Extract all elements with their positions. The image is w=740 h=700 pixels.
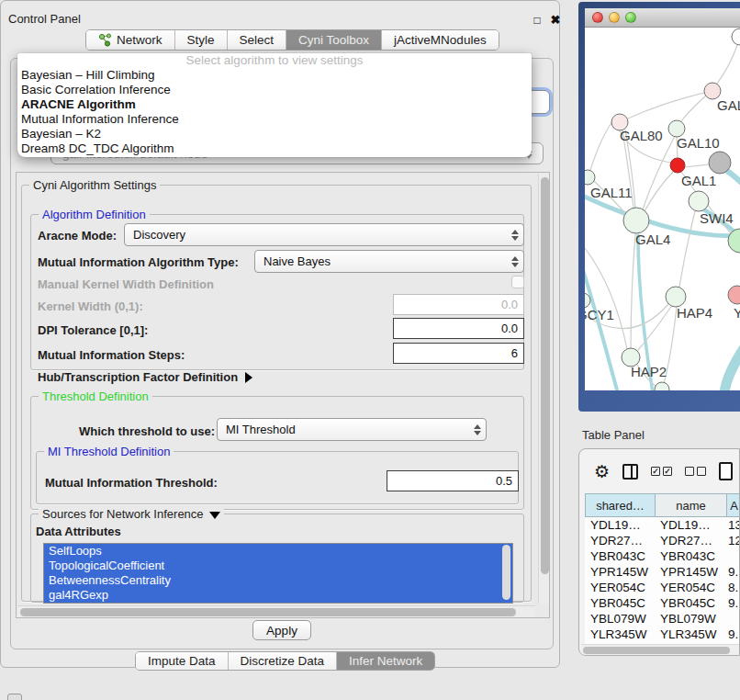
columns-icon[interactable] [622, 464, 638, 480]
bottom-tab-infer-network[interactable]: Infer Network [337, 652, 434, 670]
table-row[interactable]: YPR145WYPR145W9. [585, 564, 740, 580]
mi-threshold-group-title: MI Threshold Definition [44, 445, 174, 458]
attributes-list-scrollbar[interactable] [502, 545, 510, 600]
table-body: YDL19…YDL19…13YDR27…YDR27…12YBR043CYBR04… [585, 517, 740, 644]
column-header[interactable]: A [726, 493, 740, 517]
network-node[interactable] [709, 152, 731, 174]
export-table-icon[interactable] [719, 462, 733, 480]
select-all-icon[interactable]: ✓✓ [651, 467, 672, 476]
tab-network[interactable]: Network [86, 30, 175, 50]
table-cell: YBL079W [655, 611, 726, 627]
table-panel-title: Table Panel [582, 428, 645, 442]
close-icon[interactable]: ✖ [548, 13, 563, 28]
algorithm-option[interactable]: Dream8 DC_TDC Algorithm [17, 141, 532, 156]
manual-kernel-width-checkbox[interactable] [511, 276, 524, 288]
network-node-label: Y [734, 305, 740, 321]
network-node[interactable] [732, 28, 740, 45]
network-node[interactable] [655, 382, 669, 390]
tab-label: jActiveMNodules [394, 33, 487, 47]
settings-vertical-scrollbar[interactable] [538, 174, 549, 604]
tab-style[interactable]: Style [175, 30, 228, 50]
network-edge[interactable] [679, 211, 695, 287]
table-cell: 12 [726, 533, 740, 548]
network-edge[interactable] [723, 347, 740, 390]
algorithm-option[interactable]: Bayesian – Hill Climbing [17, 68, 532, 83]
aracne-mode-combo[interactable]: Discovery [124, 223, 524, 246]
mi-threshold-label: Mutual Information Threshold: [45, 476, 218, 490]
network-node[interactable] [666, 287, 686, 307]
tab-jactivemnodules[interactable]: jActiveMNodules [382, 30, 499, 50]
network-edge[interactable] [590, 120, 613, 170]
tab-cyni-toolbox[interactable]: Cyni Toolbox [286, 30, 382, 50]
table-row[interactable]: YBR045CYBR045C9. [585, 595, 740, 611]
collapse-down-icon [209, 512, 220, 519]
column-header[interactable]: shared… [585, 493, 655, 517]
hub-definition-label: Hub/Transcription Factor Definition [38, 370, 238, 384]
deselect-all-icon[interactable] [685, 467, 706, 476]
table-row[interactable]: YER054CYER054C8. [585, 580, 740, 595]
table-cell: YER054C [655, 580, 726, 595]
attribute-list-item[interactable]: BetweennessCentrality [44, 573, 512, 588]
network-node[interactable] [585, 170, 595, 185]
attribute-list-item[interactable]: SelfLoops [44, 544, 512, 559]
algorithm-option[interactable]: Mutual Information Inference [17, 112, 532, 127]
bottom-tab-discretize-data[interactable]: Discretize Data [229, 652, 338, 670]
column-header[interactable]: name [655, 493, 726, 517]
network-node[interactable] [670, 158, 685, 173]
algorithm-option[interactable]: Basic Correlation Inference [17, 83, 532, 97]
network-edge[interactable] [643, 136, 675, 209]
network-edge[interactable] [681, 96, 706, 121]
network-canvas[interactable]: GALGAL80GAL10GAL1GAL11SWI4GAL4GCY1HAP4YH… [585, 28, 740, 390]
which-threshold-combo[interactable]: MI Threshold [217, 418, 487, 441]
gear-icon[interactable]: ⚙ [594, 463, 610, 480]
docked-panel-icon[interactable] [7, 694, 22, 700]
algorithm-option[interactable]: Bayesian – K2 [17, 127, 532, 141]
table-cell: YBR045C [655, 595, 726, 611]
close-window-icon[interactable] [592, 12, 603, 23]
mi-steps-field[interactable]: 6 [393, 343, 524, 364]
dpi-tolerance-field[interactable]: 0.0 [393, 318, 524, 339]
aracne-mode-label: Aracne Mode: [38, 229, 117, 243]
table-cell [726, 548, 740, 564]
network-edge[interactable] [685, 164, 709, 167]
network-view-titlebar[interactable] [585, 8, 740, 28]
algorithm-option[interactable]: ARACNE Algorithm [17, 97, 532, 112]
network-node[interactable] [623, 208, 649, 233]
network-node[interactable] [689, 191, 709, 211]
table-row[interactable]: YBL079WYBL079W [585, 611, 740, 627]
tab-label: Cyni Toolbox [298, 33, 369, 47]
attribute-list-item[interactable]: gal4RGexp [44, 588, 512, 603]
table-horizontal-scrollbar[interactable] [581, 644, 739, 655]
bottom-tab-impute-data[interactable]: Impute Data [136, 652, 229, 670]
combo-stepper-icon [469, 424, 486, 435]
kernel-width-label: Kernel Width (0,1): [38, 299, 143, 313]
mi-algorithm-type-combo[interactable]: Naive Bayes [254, 250, 524, 273]
control-panel-window: Control Panel □ ✖ NetworkStyleSelectCyni… [0, 0, 560, 668]
network-edge[interactable] [628, 93, 704, 119]
settings-horizontal-scrollbar[interactable] [17, 605, 535, 617]
table-cell: YBL079W [585, 611, 655, 627]
network-node[interactable] [728, 286, 740, 304]
kernel-width-field[interactable]: 0.0 [393, 294, 524, 315]
sources-group-title[interactable]: Sources for Network Inference [39, 507, 224, 521]
zoom-window-icon[interactable] [625, 12, 636, 23]
mi-algorithm-type-label: Mutual Information Algorithm Type: [38, 255, 239, 269]
table-row[interactable]: YLR345WYLR345W9. [585, 627, 740, 642]
network-edge[interactable] [631, 233, 635, 348]
network-edge[interactable] [717, 45, 737, 84]
float-window-icon[interactable]: □ [530, 13, 544, 28]
table-row[interactable]: YDL19…YDL19…13 [585, 517, 740, 533]
network-node-label: GAL80 [620, 128, 663, 143]
table-cell: YBR045C [585, 595, 655, 611]
minimize-window-icon[interactable] [609, 12, 620, 23]
table-row[interactable]: YDR27…YDR27…12 [585, 533, 740, 548]
table-cell: YDL19… [585, 517, 655, 533]
apply-button[interactable]: Apply [252, 620, 311, 640]
combo-stepper-icon [507, 230, 523, 241]
mi-threshold-field[interactable]: 0.5 [387, 470, 519, 491]
table-row[interactable]: YBR043CYBR043C [585, 548, 740, 564]
tab-select[interactable]: Select [228, 30, 287, 50]
hub-definition-expander[interactable]: Hub/Transcription Factor Definition [38, 370, 252, 384]
data-attributes-list[interactable]: SelfLoopsTopologicalCoefficientBetweenne… [43, 543, 513, 604]
attribute-list-item[interactable]: TopologicalCoefficient [44, 559, 512, 573]
